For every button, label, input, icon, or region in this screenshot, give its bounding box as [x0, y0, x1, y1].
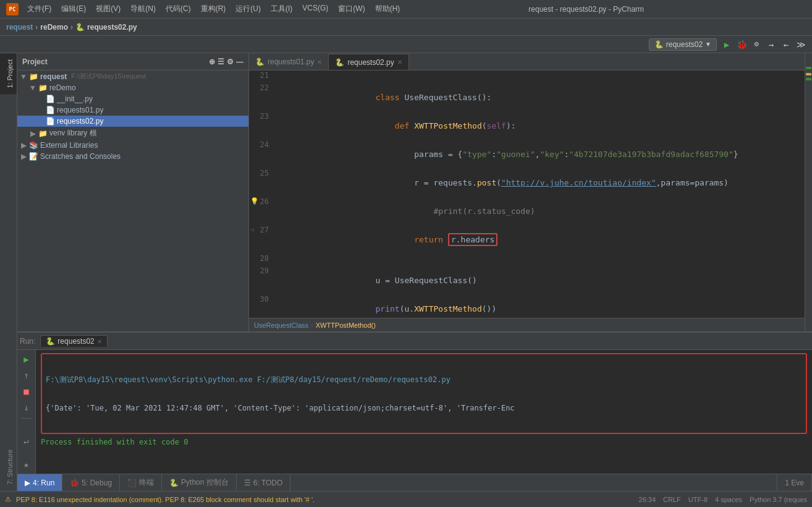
titlebar: PC 文件(F) 编辑(E) 视图(V) 导航(N) 代码(C) 重构(R) 运…: [0, 0, 812, 19]
back-button[interactable]: ←: [780, 40, 792, 49]
sidebar-settings-icon[interactable]: ⚙: [227, 58, 234, 66]
tree-path-root: F:\测试P8\day15\request: [71, 72, 146, 81]
code-line-25: 25 r = requests.post("http://v.juhe.cn/t…: [249, 168, 805, 197]
statusbar-python[interactable]: Python 3.7 (reques: [750, 496, 807, 503]
menu-view[interactable]: 视图(V): [92, 2, 124, 15]
run-config-selector[interactable]: 🐍 requests02 ▼: [649, 38, 717, 51]
window-title: request - requests02.py - PyCharm: [528, 5, 644, 14]
run-sidebar: ▶ ↑ ■ ↓ ↵ ★: [17, 350, 36, 474]
line-code-24: params = {"type":"guonei","key":"4b72107…: [274, 140, 805, 168]
tab-structure[interactable]: 7: Structure: [0, 443, 17, 491]
gutter-mark-1: [806, 67, 811, 69]
statusbar: ⚠ PEP 8: E116 unexpected indentation (co…: [0, 491, 812, 507]
sidebar-collapse-icon[interactable]: ☰: [218, 58, 224, 66]
run-stop-btn[interactable]: ■: [20, 385, 33, 398]
run-button[interactable]: ▶: [721, 40, 733, 49]
line-num-25: 25: [249, 168, 274, 197]
run-star-btn[interactable]: ★: [20, 458, 33, 471]
status-method: XWTTPostMethod(): [316, 322, 376, 329]
tab-close-req01[interactable]: ✕: [317, 59, 322, 66]
tree-label-req02: requests02.py: [57, 117, 103, 126]
menu-vcs[interactable]: VCS(G): [298, 2, 332, 15]
tree-item-redemo[interactable]: ▼ 📁 reDemo: [17, 82, 248, 93]
statusbar-encoding[interactable]: UTF-8: [688, 496, 708, 503]
menu-tools[interactable]: 工具(I): [267, 2, 296, 15]
tree-item-init[interactable]: ▶ 📄 __init__.py: [17, 93, 248, 104]
space-27: [443, 235, 448, 244]
tab-close-req02[interactable]: ✕: [397, 59, 402, 66]
arrow-root: ▼: [20, 72, 27, 81]
statusbar-line-ending[interactable]: CRLF: [663, 496, 681, 503]
code-line-27: ◁ 27 return r.headers: [249, 225, 805, 254]
bottom-event-log[interactable]: 1 Eve: [777, 474, 812, 491]
indent-24: params = {: [376, 150, 463, 159]
breadcrumb-item-redemo[interactable]: reDemo: [40, 23, 68, 32]
line-code-23: def XWTTPostMethod(self):: [274, 111, 805, 140]
str-apikey: "4b72107de3a197b3bafd9adacf685790": [569, 150, 734, 159]
run-tabs: Run: 🐍 requests02 ✕: [17, 333, 812, 350]
line-code-29: u = UseRequestClass(): [274, 266, 805, 294]
code-editor[interactable]: 21 22 class UseRequestClass():: [249, 70, 805, 318]
run-tab-close[interactable]: ✕: [97, 338, 102, 345]
breadcrumb-file-icon: 🐍: [75, 23, 85, 32]
bottom-tab-terminal[interactable]: ⬛ 终端: [120, 474, 162, 491]
ext-icon: 📚: [29, 141, 38, 150]
line-num-22: 22: [249, 83, 274, 111]
tree-item-root[interactable]: ▼ 📁 request F:\测试P8\day15\request: [17, 70, 248, 82]
statusbar-position[interactable]: 26:34: [639, 496, 656, 503]
arrow-ext: ▶: [20, 141, 27, 150]
tree-item-venv[interactable]: ▶ 📁 venv library 根: [17, 127, 248, 140]
profile-button[interactable]: →: [765, 40, 777, 49]
tree-item-req02[interactable]: ▶ 📄 requests02.py: [17, 116, 248, 127]
paren-close-23: ):: [506, 121, 516, 130]
tree-item-ext[interactable]: ▶ 📚 External Libraries: [17, 140, 248, 151]
fn-xwtt-call: XWTTPostMethod: [414, 304, 482, 313]
breadcrumb-sep-2: ›: [70, 23, 73, 32]
tree-item-req01[interactable]: ▶ 📄 requests01.py: [17, 104, 248, 116]
output-data-line: {'Date': 'Tue, 02 Mar 2021 12:47:48 GMT'…: [46, 404, 802, 412]
run-wrap-btn[interactable]: ↵: [20, 434, 33, 448]
bottom-toolbar: ▶ 4: Run 🐞 5: Debug ⬛ 终端 🐍 Python 控制台 ☰: [17, 474, 812, 491]
breadcrumb: request › reDemo › 🐍 requests02.py: [0, 19, 812, 36]
tab-req01[interactable]: 🐍 requests01.py ✕: [249, 54, 329, 70]
output-success-line: Process finished with exit code 0: [41, 438, 807, 446]
more-button[interactable]: ≫: [795, 40, 807, 49]
bottom-tab-run-label: 4: Run: [33, 479, 54, 487]
arrow-27: ◁: [250, 226, 253, 232]
paren-23: (: [482, 121, 487, 130]
menu-navigate[interactable]: 导航(N): [127, 2, 159, 15]
menu-file[interactable]: 文件(F): [23, 2, 55, 15]
menu-help[interactable]: 帮助(H): [371, 2, 404, 15]
menu-edit[interactable]: 编辑(E): [57, 2, 90, 15]
bottom-tab-todo[interactable]: ☰ 6: TODO: [237, 474, 291, 491]
menu-window[interactable]: 窗口(W): [334, 2, 368, 15]
menu-refactor[interactable]: 重构(R): [197, 2, 230, 15]
line-num-26: 💡 26: [249, 197, 274, 225]
kw-class: class: [376, 93, 405, 102]
sidebar-close-icon[interactable]: —: [236, 58, 243, 66]
str-guonei: "guonei": [496, 150, 535, 159]
run-config-label: requests02: [666, 40, 703, 49]
tree-item-scratches[interactable]: ▶ 📝 Scratches and Consoles: [17, 151, 248, 162]
breadcrumb-item-request[interactable]: request: [6, 23, 33, 32]
run-tab-req02[interactable]: 🐍 requests02 ✕: [40, 335, 107, 347]
run-play-btn[interactable]: ▶: [20, 352, 33, 366]
menu-code[interactable]: 代码(C): [162, 2, 195, 15]
menu-run[interactable]: 运行(U): [232, 2, 264, 15]
bottom-tab-python-console[interactable]: 🐍 Python 控制台: [162, 474, 237, 491]
run-up-btn[interactable]: ↑: [20, 369, 33, 382]
statusbar-indent[interactable]: 4 spaces: [715, 496, 742, 503]
right-gutter: [805, 53, 812, 331]
bottom-tab-debug[interactable]: 🐞 5: Debug: [62, 474, 120, 491]
bottom-tab-run[interactable]: ▶ 4: Run: [17, 474, 62, 491]
run-coverage-button[interactable]: ⚙: [750, 40, 763, 49]
debug-button[interactable]: 🐞: [735, 40, 748, 49]
line-code-22: class UseRequestClass():: [274, 83, 805, 111]
run-down-btn[interactable]: ↓: [20, 401, 33, 414]
tab-req02[interactable]: 🐍 requests02.py ✕: [329, 54, 408, 70]
sidebar-add-icon[interactable]: ⊕: [209, 58, 215, 66]
tab-project[interactable]: 1: Project: [0, 53, 17, 94]
breadcrumb-item-file[interactable]: requests02.py: [87, 23, 137, 32]
code-line-29: 29 u = UseRequestClass(): [249, 266, 805, 294]
bottom-tab-terminal-label: 终端: [139, 477, 154, 488]
